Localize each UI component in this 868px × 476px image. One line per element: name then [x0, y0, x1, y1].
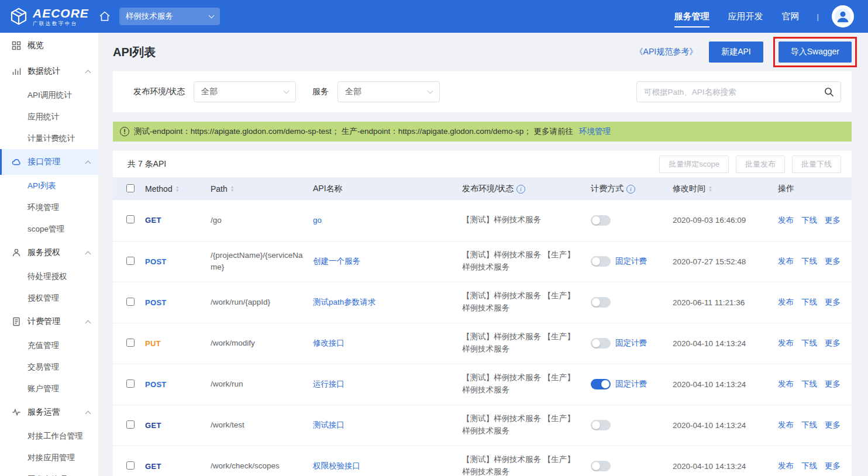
home-icon[interactable]: [98, 10, 111, 23]
overview-grid-icon: [12, 41, 22, 50]
more-link[interactable]: 更多: [825, 339, 841, 347]
row-checkbox[interactable]: [126, 420, 135, 429]
nav-official-site[interactable]: 官网: [782, 0, 800, 33]
sidebar-item-authorization-management[interactable]: 授权管理: [0, 287, 98, 309]
row-checkbox[interactable]: [126, 257, 135, 265]
service-selector[interactable]: 样例技术服务: [119, 8, 220, 25]
more-link[interactable]: 更多: [825, 420, 841, 429]
publish-link[interactable]: 发布: [778, 339, 794, 347]
publish-link[interactable]: 发布: [778, 420, 794, 429]
sidebar-item-env-management[interactable]: 环境管理: [0, 196, 98, 218]
method-badge: PUT: [145, 339, 161, 348]
offline-link[interactable]: 下线: [801, 257, 817, 265]
sidebar-item-workbench-management[interactable]: 对接工作台管理: [0, 425, 98, 447]
sidebar-item-service-authorization[interactable]: 服务授权: [0, 240, 98, 265]
sidebar-item-app-stats[interactable]: 应用统计: [0, 106, 98, 127]
publish-link[interactable]: 发布: [778, 216, 794, 225]
api-name-link[interactable]: 创建一个服务: [313, 257, 360, 265]
row-checkbox[interactable]: [126, 298, 135, 306]
api-name-link[interactable]: 测试接口: [313, 420, 345, 429]
offline-link[interactable]: 下线: [801, 298, 817, 306]
publish-link[interactable]: 发布: [778, 298, 794, 306]
row-checkbox[interactable]: [126, 215, 135, 223]
nav-app-development[interactable]: 应用开发: [728, 0, 763, 33]
offline-link[interactable]: 下线: [801, 420, 817, 429]
bulk-offline-button[interactable]: 批量下线: [792, 156, 841, 173]
chevron-down-icon: [208, 12, 214, 18]
sidebar-item-transaction-management[interactable]: 交易管理: [0, 356, 98, 378]
more-link[interactable]: 更多: [825, 461, 841, 470]
sort-icon[interactable]: ▲▼: [708, 185, 712, 192]
billing-toggle[interactable]: [591, 338, 611, 349]
row-checkbox[interactable]: [126, 380, 135, 388]
sidebar-item-api-call-stats[interactable]: API调用统计: [0, 84, 98, 106]
info-icon[interactable]: i: [626, 185, 635, 194]
publish-link[interactable]: 发布: [778, 380, 794, 388]
bulk-actions: 批量绑定scope 批量发布 批量下线: [659, 156, 841, 173]
search-icon[interactable]: [823, 86, 835, 98]
sidebar-item-billing-management[interactable]: 计费管理: [0, 309, 98, 334]
sidebar-item-developer-management[interactable]: 开发者管理: [0, 468, 98, 476]
api-name-link[interactable]: 权限校验接口: [313, 461, 360, 470]
sidebar-item-api-list[interactable]: API列表: [0, 175, 98, 196]
more-link[interactable]: 更多: [825, 380, 841, 388]
billing-toggle[interactable]: [591, 215, 611, 226]
chevron-down-icon: [283, 88, 289, 94]
billing-label: 固定计费: [615, 256, 647, 267]
user-avatar[interactable]: [832, 5, 854, 27]
billing-toggle[interactable]: [591, 461, 611, 471]
billing-toggle[interactable]: [591, 297, 611, 308]
sidebar-item-connected-app-management[interactable]: 对接应用管理: [0, 447, 98, 468]
env-management-link[interactable]: 环境管理: [579, 126, 611, 137]
service-select[interactable]: 全部: [337, 81, 440, 102]
brand-logo[interactable]: AECORE 广联达数字中台: [9, 7, 89, 26]
search-input[interactable]: [636, 81, 841, 102]
api-name-link[interactable]: 运行接口: [313, 380, 345, 388]
api-name-link[interactable]: go: [313, 216, 322, 225]
sort-icon[interactable]: ▲▼: [230, 185, 235, 192]
env-status-text: 【测试】样例技术服务 【生产】样例技术服务: [462, 331, 583, 356]
more-link[interactable]: 更多: [825, 216, 841, 225]
offline-link[interactable]: 下线: [801, 339, 817, 347]
sort-icon[interactable]: ▲▼: [175, 185, 180, 192]
topbar: AECORE 广联达数字中台 样例技术服务 服务管理 应用开发 官网 |: [0, 0, 868, 33]
sidebar-item-overview[interactable]: 概览: [0, 33, 98, 58]
publish-link[interactable]: 发布: [778, 461, 794, 470]
api-path: /work/run/{appId}: [211, 296, 270, 308]
table-toolbar: 共 7 条API 批量绑定scope 批量发布 批量下线: [113, 151, 852, 178]
bulk-publish-button[interactable]: 批量发布: [736, 156, 785, 173]
sidebar-item-recharge-management[interactable]: 充值管理: [0, 334, 98, 356]
more-link[interactable]: 更多: [825, 298, 841, 306]
billing-label: 固定计费: [615, 338, 647, 349]
more-link[interactable]: 更多: [825, 257, 841, 265]
offline-link[interactable]: 下线: [801, 216, 817, 225]
row-checkbox[interactable]: [126, 339, 135, 347]
info-icon[interactable]: i: [516, 185, 525, 194]
sidebar-item-scope-management[interactable]: scope管理: [0, 218, 98, 240]
billing-toggle[interactable]: [591, 379, 611, 389]
billing-toggle[interactable]: [591, 420, 611, 430]
publish-link[interactable]: 发布: [778, 257, 794, 265]
row-checkbox[interactable]: [126, 461, 135, 470]
cloud-api-icon: [12, 157, 22, 167]
sidebar-item-service-operations[interactable]: 服务运营: [0, 399, 98, 425]
sidebar-item-pending-authorization[interactable]: 待处理授权: [0, 265, 98, 287]
api-spec-reference-link[interactable]: 《API规范参考》: [635, 47, 698, 57]
new-api-button[interactable]: 新建API: [709, 42, 763, 63]
sidebar-item-metering-billing-stats[interactable]: 计量计费统计: [0, 127, 98, 149]
billing-toggle[interactable]: [591, 256, 611, 267]
nav-service-management[interactable]: 服务管理: [674, 0, 709, 33]
import-swagger-button[interactable]: 导入Swagger: [779, 42, 852, 63]
bulk-bind-scope-button[interactable]: 批量绑定scope: [659, 156, 729, 173]
document-icon: [12, 317, 22, 326]
sidebar-item-interface-management[interactable]: 接口管理: [0, 149, 98, 175]
sidebar-item-data-statistics[interactable]: 数据统计: [0, 58, 98, 84]
env-status-select[interactable]: 全部: [194, 81, 296, 102]
select-all-checkbox[interactable]: [126, 184, 135, 192]
offline-link[interactable]: 下线: [801, 380, 817, 388]
offline-link[interactable]: 下线: [801, 461, 817, 470]
method-badge: POST: [145, 380, 167, 389]
api-name-link[interactable]: 修改接口: [313, 339, 345, 347]
api-name-link[interactable]: 测试path参数请求: [313, 298, 376, 306]
sidebar-item-account-management[interactable]: 账户管理: [0, 378, 98, 399]
